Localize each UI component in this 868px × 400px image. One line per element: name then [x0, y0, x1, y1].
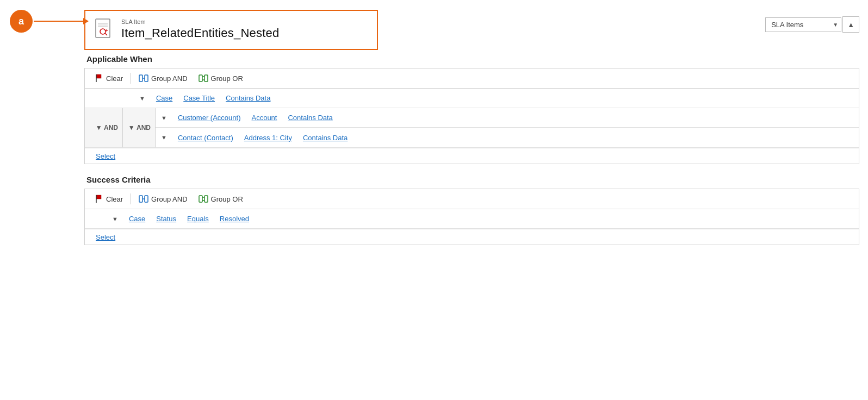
contact-entity-link[interactable]: Contact (Contact) [178, 134, 233, 142]
applicable-when-group-and-btn[interactable]: Group AND [133, 72, 193, 85]
sla-items-dropdown[interactable]: SLA Items [765, 17, 841, 32]
group-and-icon [139, 74, 148, 83]
sc-resolved-link[interactable]: Resolved [220, 215, 249, 223]
inner-group: ▼ AND ▼ Customer (Account) Account Conta… [123, 108, 859, 147]
group-or-icon [199, 74, 208, 83]
customer-chevron: ▼ [161, 115, 167, 121]
header-title: Item_RelatedEntities_Nested [121, 26, 279, 40]
svg-rect-22 [204, 196, 208, 202]
sla-item-icon [94, 17, 114, 41]
customer-entity-link[interactable]: Customer (Account) [178, 114, 241, 122]
success-criteria-clear-btn[interactable]: Clear [90, 192, 128, 205]
case-entity-link[interactable]: Case [156, 94, 172, 102]
applicable-when-section: Applicable When Clear [84, 54, 859, 164]
customer-field-link[interactable]: Account [251, 114, 277, 122]
svg-rect-7 [96, 74, 101, 78]
svg-rect-21 [199, 196, 202, 202]
svg-rect-10 [145, 75, 148, 82]
contact-field-link[interactable]: Address 1: City [244, 134, 292, 142]
success-criteria-select-link[interactable]: Select [96, 233, 115, 241]
sc-flag-icon [96, 195, 103, 203]
sla-items-up-button[interactable]: ▲ [842, 16, 859, 33]
case-title-link[interactable]: Case Title [183, 94, 215, 102]
svg-rect-13 [204, 75, 208, 82]
inner-rows: ▼ Customer (Account) Account Contains Da… [156, 108, 859, 147]
success-criteria-group-or-btn[interactable]: Group OR [193, 192, 249, 205]
contact-contact-row: ▼ Contact (Contact) Address 1: City Cont… [156, 128, 859, 147]
outer-and-label: ▼ AND [85, 108, 123, 147]
outer-and-group: ▼ AND ▼ AND ▼ Customer (Accoun [85, 108, 859, 148]
sc-group-and-label: Group AND [151, 195, 187, 203]
success-criteria-title: Success Criteria [84, 175, 859, 184]
contact-chevron: ▼ [161, 134, 167, 141]
customer-account-row: ▼ Customer (Account) Account Contains Da… [156, 108, 859, 128]
group-or-label: Group OR [211, 74, 243, 83]
svg-rect-16 [96, 195, 101, 199]
success-criteria-toolbar: Clear Group AND [85, 189, 859, 209]
svg-rect-0 [96, 19, 110, 38]
success-criteria-block: Clear Group AND [84, 189, 859, 245]
annotation-label: a [18, 16, 24, 27]
page-container: a SLA Item Item_RelatedEntities_Nested S… [0, 0, 868, 400]
header-card: SLA Item Item_RelatedEntities_Nested [84, 10, 378, 50]
sc-group-or-label: Group OR [211, 195, 243, 203]
group-and-label: Group AND [151, 74, 187, 83]
svg-rect-9 [139, 75, 142, 82]
applicable-when-select-row: Select [85, 148, 859, 164]
applicable-when-toolbar: Clear Group AND [85, 68, 859, 89]
case-chevron: ▼ [139, 95, 145, 102]
applicable-when-clear-btn[interactable]: Clear [90, 72, 128, 85]
sc-toolbar-sep-1 [131, 193, 131, 204]
applicable-when-select-link[interactable]: Select [96, 152, 115, 160]
sc-case-chevron: ▼ [112, 216, 118, 222]
top-right-control: SLA Items ▼ ▲ [765, 16, 859, 33]
main-content: Applicable When Clear [84, 54, 868, 400]
svg-rect-19 [145, 196, 148, 202]
contact-operator-link[interactable]: Contains Data [303, 134, 348, 142]
header-label: SLA Item [121, 18, 279, 25]
flag-icon [96, 74, 103, 83]
success-criteria-rows: ▼ Case Status Equals Resolved Select [85, 209, 859, 245]
case-operator-link[interactable]: Contains Data [226, 94, 270, 102]
annotation-circle: a [10, 10, 33, 33]
svg-rect-18 [139, 196, 142, 202]
svg-rect-12 [199, 75, 202, 82]
sc-group-or-icon [199, 195, 208, 203]
annotation-arrow [34, 21, 88, 22]
up-arrow-icon: ▲ [847, 21, 854, 29]
customer-operator-link[interactable]: Contains Data [288, 114, 332, 122]
header-text: SLA Item Item_RelatedEntities_Nested [121, 18, 279, 40]
case-top-row: ▼ Case Case Title Contains Data [85, 89, 859, 108]
sla-items-dropdown-wrapper[interactable]: SLA Items ▼ [765, 17, 841, 32]
applicable-when-group-or-btn[interactable]: Group OR [193, 72, 249, 85]
success-criteria-select-row: Select [85, 229, 859, 245]
sc-case-entity-link[interactable]: Case [129, 215, 145, 223]
applicable-when-rows: ▼ Case Case Title Contains Data ▼ AND [85, 89, 859, 164]
sc-status-link[interactable]: Status [156, 215, 176, 223]
clear-label: Clear [106, 74, 123, 83]
sc-equals-link[interactable]: Equals [187, 215, 209, 223]
toolbar-sep-1 [131, 73, 131, 84]
sc-group-and-icon [139, 195, 148, 203]
success-criteria-group-and-btn[interactable]: Group AND [133, 192, 193, 205]
sc-case-row: ▼ Case Status Equals Resolved [85, 209, 859, 229]
inner-and-label: ▼ AND [123, 108, 156, 147]
success-criteria-section: Success Criteria Clear [84, 175, 859, 245]
applicable-when-title: Applicable When [84, 54, 859, 64]
sc-clear-label: Clear [106, 195, 123, 203]
applicable-when-block: Clear Group AND [84, 68, 859, 164]
